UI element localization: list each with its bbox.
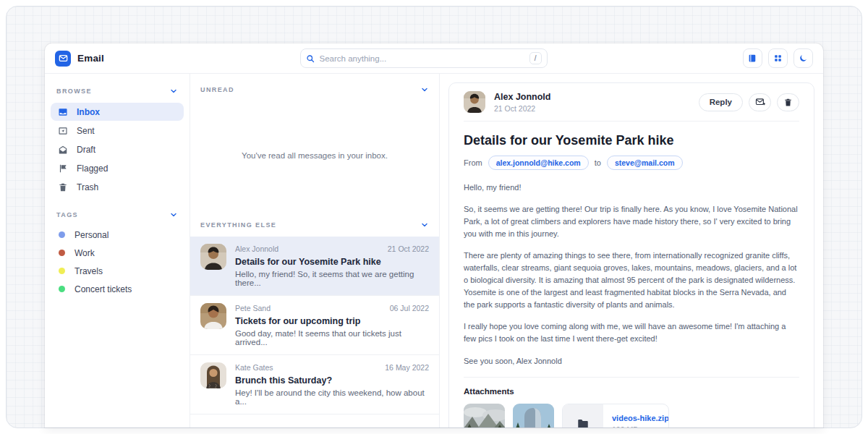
everything-else-section-header: EVERYTHING ELSE [190,209,439,237]
attachments-title: Attachments [464,387,799,396]
draft-envelope-icon [58,145,68,155]
contacts-book-button[interactable] [743,48,762,68]
browse-section-header: BROWSE [51,81,184,102]
app-title: Email [77,53,104,64]
attachment-photo-half-dome[interactable] [513,404,554,427]
forward-email-button[interactable] [749,93,771,111]
sidebar-item-draft[interactable]: Draft [51,140,184,158]
sidebar-item-label: Flagged [77,163,108,174]
tag-color-dot [59,231,65,238]
delete-email-button[interactable] [777,93,799,111]
body-paragraph: There are plenty of amazing things to se… [464,250,799,311]
tag-item-concert-tickets[interactable]: Concert tickets [51,280,184,298]
email-date: 16 May 2022 [385,363,429,372]
tags-collapse-chevron-icon[interactable] [169,210,178,219]
tag-label: Concert tickets [75,284,132,294]
detail-date: 21 Oct 2022 [494,104,550,113]
moon-icon [799,54,808,63]
attachment-file-card[interactable]: videos-hike.zip 100 MB [562,404,669,427]
email-sender: Alex Jonnold [235,244,278,253]
avatar [200,303,226,329]
email-preview: Hello, my friend! So, it seems that we a… [235,270,429,287]
sidebar-item-label: Sent [77,126,95,136]
avatar [200,362,226,388]
tag-label: Work [75,248,95,258]
detail-subject: Details for our Yosemite Park hike [464,133,799,148]
email-list-item-pete[interactable]: Pete Sand 06 Jul 2022 Tickets for our up… [190,296,439,355]
search-bar[interactable]: / [300,48,548,68]
sent-icon [58,126,68,136]
browse-collapse-chevron-icon[interactable] [169,87,178,95]
tags-section-title: TAGS [56,211,78,218]
tag-color-dot [59,268,65,274]
email-detail-card: Alex Jonnold 21 Oct 2022 Reply Details f… [448,82,814,427]
detail-actions: Reply [699,93,799,111]
email-body: Hello, my friend! So, it seems we are ge… [464,182,799,367]
email-detail-panel: Alex Jonnold 21 Oct 2022 Reply Details f… [440,74,823,427]
body-paragraph: I really hope you love coming along with… [464,320,799,345]
body-paragraph: See you soon, Alex Jonnold [464,355,799,367]
unread-section-title: UNREAD [200,86,234,93]
email-date: 21 Oct 2022 [388,244,429,253]
sidebar: BROWSE Inbox Sent [45,74,190,427]
sidebar-item-flagged[interactable]: Flagged [51,159,184,177]
browse-section-title: BROWSE [56,88,92,95]
sidebar-item-label: Draft [77,145,95,155]
avatar [464,91,485,113]
email-list-item-alex[interactable]: Alex Jonnold 21 Oct 2022 Details for our… [190,237,439,296]
envelope-plus-icon [755,97,765,107]
email-logo-icon [55,51,71,67]
unread-collapse-chevron-icon[interactable] [420,85,429,94]
sidebar-item-label: Trash [77,182,98,192]
reply-button[interactable]: Reply [699,93,743,111]
email-subject: Tickets for our upcoming trip [235,316,429,326]
everything-else-collapse-chevron-icon[interactable] [420,221,429,229]
search-icon [306,54,315,63]
email-preview: Hey! I'll be around the city this weeken… [235,388,429,406]
folder-icon [563,404,603,427]
tag-item-work[interactable]: Work [51,244,184,262]
detail-meta-row: From alex.jonnold@hike.com to steve@mail… [464,156,799,170]
attachments-section: Attachments vide [464,377,799,427]
tag-color-dot [59,250,65,256]
tag-label: Personal [75,230,109,240]
sidebar-item-sent[interactable]: Sent [51,122,184,140]
apps-grid-button[interactable] [768,48,788,68]
top-actions [743,48,813,68]
sidebar-item-label: Inbox [77,107,100,117]
top-bar: Email / [45,43,823,74]
flag-icon [58,163,68,174]
email-app-window: Email / BROWSE [45,43,823,427]
avatar [200,244,226,270]
inbox-icon [58,107,68,117]
to-email-chip[interactable]: steve@mail.com [607,156,683,170]
tag-item-travels[interactable]: Travels [51,262,184,280]
email-preview: Good day, mate! It seems that our ticket… [235,329,429,346]
detail-sender-name: Alex Jonnold [494,92,550,102]
attachment-file-name[interactable]: videos-hike.zip [612,414,669,422]
tags-section-header: TAGS [51,205,184,226]
grid-icon [773,54,783,63]
trash-icon [783,98,793,107]
sidebar-item-trash[interactable]: Trash [51,178,184,196]
search-input[interactable] [320,54,524,63]
book-icon [748,54,757,63]
email-sender: Pete Sand [235,304,271,312]
trash-icon [58,182,68,192]
sidebar-item-inbox[interactable]: Inbox [51,103,184,121]
everything-else-section-title: EVERYTHING ELSE [200,221,276,229]
tag-label: Travels [75,266,103,276]
email-list-item-kate[interactable]: Kate Gates 16 May 2022 Brunch this Satur… [190,355,439,414]
email-subject: Brunch this Saturday? [235,375,429,386]
attachment-photo-valley[interactable] [464,404,505,427]
to-label: to [595,158,601,167]
detail-header: Alex Jonnold 21 Oct 2022 Reply [464,83,799,122]
from-label: From [464,158,482,167]
tag-item-personal[interactable]: Personal [51,226,184,244]
body-paragraph: So, it seems we are getting there! Our t… [464,203,799,240]
body-paragraph: Hello, my friend! [464,182,799,194]
email-list-column: UNREAD You've read all messages in your … [190,74,440,427]
tag-color-dot [59,286,65,292]
dark-mode-toggle[interactable] [793,48,813,68]
from-email-chip[interactable]: alex.jonnold@hike.com [488,156,589,170]
